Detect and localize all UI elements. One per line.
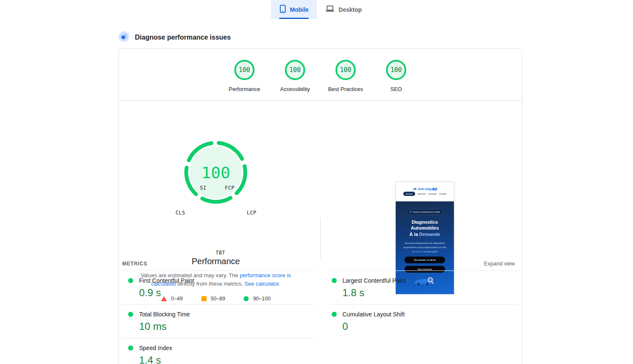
hero-paragraph-part1: Services professionnels de diagnostics a… [404, 242, 446, 249]
expand-view-link[interactable]: Expand view [484, 260, 515, 267]
diagnose-title: Diagnose performance issues [135, 34, 231, 41]
active-tab-indicator [279, 18, 309, 19]
badge-dot-icon [410, 211, 412, 213]
speedometer-icon [118, 31, 129, 44]
thumbnail-site-logo: Auto-Diag 44 [413, 187, 437, 190]
score-performance: 100 Performance [219, 60, 270, 92]
hero-paragraph-part2: à votre porte. [424, 250, 438, 253]
logo-text: Auto-Diag [418, 187, 432, 190]
score-best-practices-gauge[interactable]: 100 [335, 60, 356, 80]
score-best-practices-label: Best Practices [328, 86, 363, 92]
score-accessibility: 100 Accessibility [270, 60, 320, 92]
metric-largest-contentful-paint: Largest Contentful Paint 1.8 s [326, 271, 519, 305]
lighthouse-report-card: 100 Performance 100 Accessibility 100 Be… [118, 48, 522, 364]
gauge-label-cls: CLS [175, 210, 185, 216]
metric-value-fcp: 0.9 s [139, 287, 316, 299]
thumbnail-site-header: Auto-Diag 44 Accueil Services À propos C… [396, 182, 454, 201]
metric-value-si: 1.4 s [139, 354, 316, 364]
pass-dot-icon [128, 312, 133, 317]
pass-dot-icon [128, 345, 133, 351]
performance-gauge-section: 100 SI FCP CLS LCP TBT Performance Value… [119, 101, 522, 278]
score-performance-label: Performance [229, 86, 260, 92]
metrics-grid: First Contentful Paint 0.9 s Total Block… [122, 270, 519, 364]
metric-cumulative-layout-shift: Cumulative Layout Shift 0 [326, 305, 519, 338]
hero-title-line3b: Demande [419, 232, 440, 237]
score-seo: 100 SEO [371, 60, 421, 92]
hero-title-line3a: À la [410, 232, 419, 237]
desktop-laptop-icon [325, 5, 335, 14]
hero-title: Diagnostics Automobiles À la Demande [396, 219, 454, 238]
metric-name-si: Speed Index [139, 345, 172, 351]
thumbnail-nav: Accueil Services À propos Contact [403, 192, 447, 196]
score-seo-label: SEO [390, 86, 402, 92]
hero-certified-badge: Service professionnel certifié [406, 209, 443, 215]
metric-speed-index: Speed Index 1.4 s [122, 338, 316, 364]
category-scores-row: 100 Performance 100 Accessibility 100 Be… [119, 49, 522, 92]
nav-a-propos: À propos [428, 193, 437, 195]
gauge-score-text: 100 [201, 163, 231, 182]
metric-name-tbt: Total Blocking Time [139, 311, 190, 318]
pass-dot-icon [332, 312, 337, 317]
metric-name-cls: Cumulative Layout Shift [343, 311, 405, 318]
score-best-practices: 100 Best Practices [320, 60, 371, 92]
metric-name-lcp: Largest Contentful Paint [343, 277, 406, 284]
metric-value-tbt: 10 ms [139, 321, 316, 332]
hero-paragraph: Services professionnels de diagnostics a… [396, 241, 454, 254]
gauge-label-fcp: FCP [225, 185, 234, 191]
metric-first-contentful-paint: First Contentful Paint 0.9 s [122, 271, 316, 305]
score-accessibility-gauge[interactable]: 100 [285, 60, 305, 80]
hero-paragraph-highlight: directement [412, 250, 424, 253]
metric-name-fcp: First Contentful Paint [139, 277, 194, 284]
gauge-label-lcp: LCP [247, 210, 256, 216]
metrics-column-right: Largest Contentful Paint 1.8 s Cumulativ… [326, 270, 519, 364]
logo-car-icon [413, 187, 417, 190]
tab-mobile-label: Mobile [290, 6, 308, 13]
score-accessibility-label: Accessibility [280, 86, 310, 92]
metric-value-lcp: 1.8 s [343, 287, 519, 299]
pass-dot-icon [128, 278, 133, 283]
metric-total-blocking-time: Total Blocking Time 10 ms [122, 305, 316, 338]
gauge-label-si: SI [200, 185, 206, 191]
pass-dot-icon [332, 278, 337, 283]
mobile-phone-icon [279, 5, 286, 14]
metrics-header: METRICS Expand view [122, 260, 515, 267]
metrics-column-left: First Contentful Paint 0.9 s Total Block… [122, 270, 316, 364]
gauge-thumbnail-divider [320, 218, 321, 259]
hero-title-line1: Diagnostics [412, 219, 438, 225]
device-tabbar: Mobile Desktop [271, 0, 370, 19]
tab-mobile[interactable]: Mobile [271, 0, 317, 19]
metric-value-cls: 0 [343, 321, 519, 332]
tab-desktop[interactable]: Desktop [317, 0, 370, 19]
hero-badge-text: Service professionnel certifié [413, 211, 440, 213]
nav-contact: Contact [439, 193, 446, 195]
diagnose-section-header: Diagnose performance issues [118, 31, 231, 44]
metrics-heading: METRICS [122, 261, 148, 267]
nav-services: Services [418, 193, 426, 195]
tab-desktop-label: Desktop [338, 6, 362, 13]
score-seo-gauge[interactable]: 100 [386, 60, 406, 80]
hero-title-line2: Automobiles [411, 225, 439, 230]
nav-accueil: Accueil [403, 192, 415, 196]
performance-gauge: 100 [180, 136, 252, 208]
gauge-label-tbt: TBT [215, 250, 225, 256]
logo-badge: 44 [432, 188, 437, 190]
score-performance-gauge[interactable]: 100 [234, 60, 255, 80]
